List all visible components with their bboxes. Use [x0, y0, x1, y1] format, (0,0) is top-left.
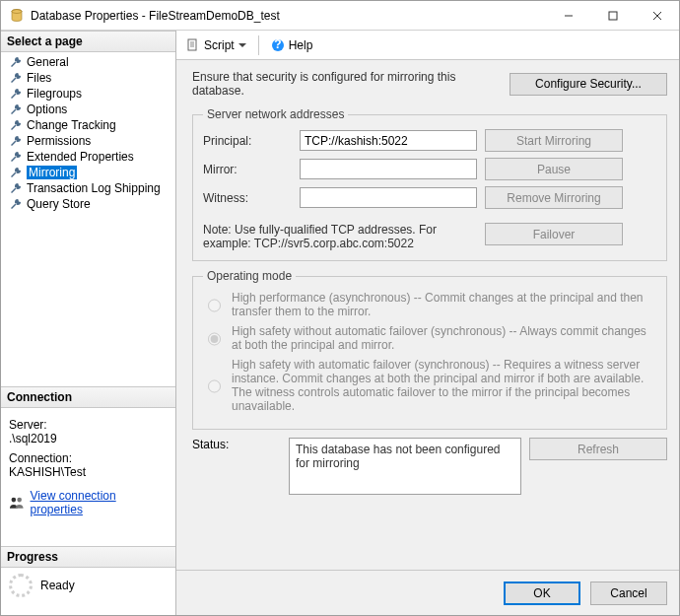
chevron-down-icon — [238, 43, 246, 47]
configure-security-button[interactable]: Configure Security... — [510, 73, 667, 96]
sidebar-item-general[interactable]: General — [1, 54, 175, 70]
help-icon: ? — [271, 38, 285, 52]
script-label: Script — [204, 38, 235, 52]
minimize-button[interactable] — [546, 1, 590, 30]
sidebar-item-label: Query Store — [27, 197, 91, 211]
wrench-icon — [9, 55, 23, 69]
start-mirroring-button: Start Mirroring — [485, 129, 623, 152]
sidebar-item-label: Change Tracking — [27, 118, 116, 132]
sidebar-item-files[interactable]: Files — [1, 70, 175, 86]
close-button[interactable] — [635, 1, 679, 30]
script-dropdown[interactable]: Script — [182, 36, 250, 54]
sidebar-item-label: Options — [27, 103, 67, 116]
wrench-icon — [9, 103, 23, 116]
wrench-icon — [9, 197, 23, 211]
sidebar-item-filegroups[interactable]: Filegroups — [1, 86, 175, 102]
mirror-input[interactable] — [300, 159, 477, 179]
witness-label: Witness: — [203, 191, 292, 205]
mirror-label: Mirror: — [203, 163, 292, 176]
connection-properties-icon — [9, 495, 25, 511]
help-label: Help — [289, 38, 313, 52]
view-connection-properties-link[interactable]: View connection properties — [31, 489, 168, 516]
refresh-button: Refresh — [529, 438, 667, 460]
sidebar-item-label: Files — [27, 71, 51, 85]
help-button[interactable]: ? Help — [267, 36, 317, 54]
mirroring-panel: Ensure that security is configured for m… — [176, 60, 679, 570]
connection-value: KASHISH\Test — [9, 465, 168, 479]
progress-block: Ready — [1, 568, 175, 603]
sidebar-item-label: Filegroups — [27, 87, 82, 101]
content-area: Script ? Help Ensure that security is co… — [176, 31, 679, 615]
high-safety-auto-failover-radio — [208, 360, 221, 413]
dialog-footer: OK Cancel — [176, 570, 679, 615]
sidebar-item-query-store[interactable]: Query Store — [1, 196, 175, 212]
operating-mode-group: Operating mode High performance (asynchr… — [192, 269, 667, 430]
connection-heading: Connection — [1, 386, 175, 408]
wrench-icon — [9, 134, 23, 148]
connection-label: Connection: — [9, 451, 168, 465]
svg-point-6 — [12, 498, 17, 503]
status-label: Status: — [192, 438, 281, 451]
sidebar-item-label: Transaction Log Shipping — [27, 181, 161, 195]
script-icon — [186, 38, 200, 52]
sidebar-item-mirroring[interactable]: Mirroring — [1, 165, 175, 180]
principal-input[interactable] — [300, 130, 477, 151]
cancel-button[interactable]: Cancel — [590, 582, 667, 605]
window-title: Database Properties - FileStreamDemoDB_t… — [31, 9, 546, 23]
addresses-legend: Server network addresses — [203, 107, 348, 121]
operating-mode-legend: Operating mode — [203, 269, 296, 283]
sidebar-item-label: Permissions — [27, 134, 91, 148]
ok-button[interactable]: OK — [504, 582, 580, 605]
sidebar-item-transaction-log-shipping[interactable]: Transaction Log Shipping — [1, 180, 175, 196]
ensure-security-msg: Ensure that security is configured for m… — [192, 70, 510, 98]
tcp-note: Note: Use fully-qualified TCP addresses.… — [203, 223, 477, 250]
sidebar-item-label: Mirroring — [27, 166, 77, 179]
database-icon — [9, 8, 25, 24]
server-value: .\sql2019 — [9, 432, 168, 445]
wrench-icon — [9, 118, 23, 132]
sidebar-item-permissions[interactable]: Permissions — [1, 133, 175, 149]
wrench-icon — [9, 150, 23, 164]
progress-heading: Progress — [1, 546, 175, 568]
sidebar-item-change-tracking[interactable]: Change Tracking — [1, 117, 175, 133]
svg-rect-3 — [609, 12, 617, 20]
database-properties-window: Database Properties - FileStreamDemoDB_t… — [0, 0, 680, 616]
status-textbox: This database has not been configured fo… — [289, 438, 521, 495]
svg-point-7 — [17, 498, 22, 503]
server-network-addresses-group: Server network addresses Principal: Star… — [192, 107, 667, 261]
maximize-button[interactable] — [590, 1, 635, 30]
server-label: Server: — [9, 418, 168, 432]
witness-input[interactable] — [300, 187, 477, 208]
sidebar-item-options[interactable]: Options — [1, 102, 175, 117]
wrench-icon — [9, 181, 23, 195]
high-performance-label: High performance (asynchronous) -- Commi… — [232, 291, 656, 318]
toolbar-separator — [258, 35, 259, 55]
high-safety-auto-failover-label: High safety with automatic failover (syn… — [232, 358, 656, 413]
pause-button: Pause — [485, 158, 623, 180]
svg-text:?: ? — [274, 38, 281, 51]
connection-block: Server: .\sql2019 Connection: KASHISH\Te… — [1, 408, 175, 520]
wrench-icon — [9, 87, 23, 101]
sidebar-item-label: Extended Properties — [27, 150, 134, 164]
high-safety-no-failover-label: High safety without automatic failover (… — [232, 324, 656, 352]
wrench-icon — [9, 166, 23, 179]
remove-mirroring-button: Remove Mirroring — [485, 186, 623, 209]
title-bar: Database Properties - FileStreamDemoDB_t… — [1, 1, 679, 31]
failover-button: Failover — [485, 223, 623, 245]
sidebar: Select a page GeneralFilesFilegroupsOpti… — [1, 31, 176, 615]
page-list: GeneralFilesFilegroupsOptionsChange Trac… — [1, 52, 175, 214]
high-safety-no-failover-radio — [208, 326, 221, 352]
sidebar-item-extended-properties[interactable]: Extended Properties — [1, 149, 175, 165]
sidebar-item-label: General — [27, 55, 69, 69]
select-page-heading: Select a page — [1, 31, 175, 52]
page-toolbar: Script ? Help — [176, 31, 679, 60]
progress-spinner-icon — [9, 574, 33, 597]
principal-label: Principal: — [203, 134, 292, 148]
wrench-icon — [9, 71, 23, 85]
high-performance-radio — [208, 293, 221, 318]
progress-status: Ready — [40, 579, 75, 592]
